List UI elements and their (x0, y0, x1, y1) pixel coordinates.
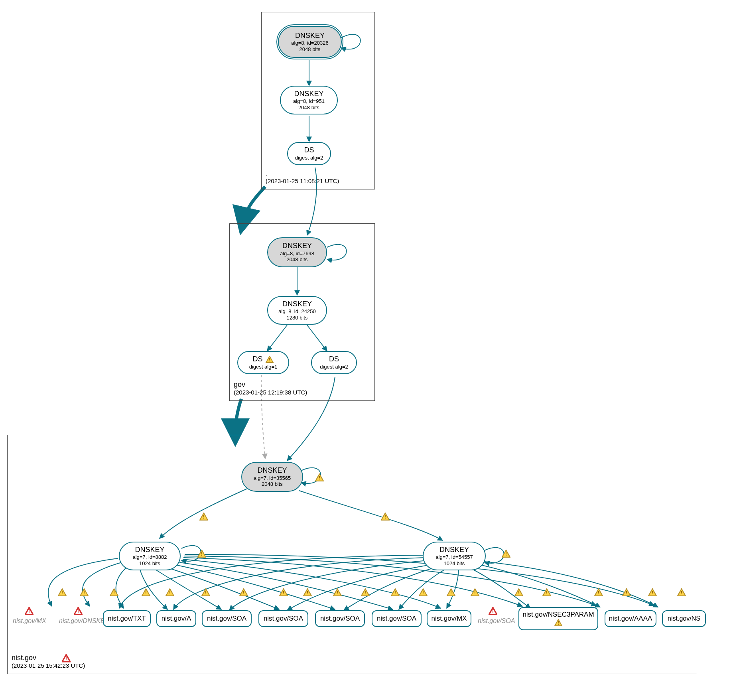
root-zsk-bits: 2048 bits (298, 105, 319, 111)
warning-icon: ! (594, 588, 603, 596)
svg-text:!: ! (394, 590, 396, 596)
nist-zsk2-title: DNSKEY (439, 546, 469, 554)
warning-icon: ! (199, 513, 208, 521)
nist-rrset-mx: nist.gov/MX (427, 610, 471, 627)
zone-nist-timestamp: (2023-01-25 15:42:23 UTC) (12, 662, 85, 670)
root-ds-alg: digest alg=2 (295, 155, 323, 161)
svg-text:!: ! (337, 590, 338, 596)
gov-ds2-alg: digest alg=2 (320, 364, 348, 370)
gov-zsk-alg: alg=8, id=24250 (278, 308, 315, 315)
svg-text:!: ! (145, 590, 147, 596)
root-ds-title: DS (304, 146, 314, 155)
warning-icon: ! (419, 588, 428, 596)
svg-text:!: ! (243, 590, 244, 596)
svg-text:!: ! (492, 609, 494, 615)
warning-icon: ! (303, 588, 312, 596)
gov-ksk-title: DNSKEY (282, 242, 312, 250)
warning-icon: ! (361, 588, 370, 596)
svg-text:!: ! (518, 590, 520, 596)
nist-gray-dnskey: nist.gov/DNSKEY (59, 617, 109, 625)
svg-text:!: ! (77, 609, 79, 615)
nist-rrset-ns: nist.gov/NS (662, 610, 706, 627)
root-zsk-node: DNSKEY alg=8, id=951 2048 bits (280, 86, 338, 114)
nist-gray-mx: nist.gov/MX (13, 617, 46, 625)
root-ds-node: DS digest alg=2 (287, 142, 331, 165)
zone-root-name: . (266, 169, 339, 178)
warning-icon: ! (239, 588, 248, 596)
gov-ds2-title: DS (329, 355, 339, 364)
gov-zsk-bits: 1280 bits (287, 315, 308, 321)
svg-text:!: ! (422, 590, 424, 596)
warning-icon: ! (80, 588, 89, 596)
zone-gov-timestamp: (2023-01-25 12:19:38 UTC) (234, 389, 307, 396)
nist-gray-soa: nist.gov/SOA (478, 617, 515, 625)
svg-text:!: ! (61, 590, 63, 596)
zone-gov-name: gov (234, 380, 307, 389)
svg-text:!: ! (450, 590, 452, 596)
gov-zsk-title: DNSKEY (282, 300, 312, 309)
zone-gov-label: gov (2023-01-25 12:19:38 UTC) (234, 380, 307, 396)
svg-text:!: ! (269, 357, 270, 363)
gov-zsk-node: DNSKEY alg=8, id=24250 1280 bits (267, 296, 327, 325)
svg-text:!: ! (83, 590, 85, 596)
svg-text:!: ! (546, 590, 548, 596)
error-icon: ! (62, 654, 71, 662)
nist-rrset-txt: nist.gov/TXT (103, 610, 151, 627)
warning-icon: ! (542, 588, 551, 596)
error-icon: ! (489, 607, 497, 615)
svg-text:!: ! (203, 514, 205, 520)
nist-zsk2-bits: 1024 bits (444, 560, 465, 567)
nist-ksk-node: DNSKEY alg=7, id=35565 2048 bits (241, 462, 303, 492)
gov-ds1-node: DS ! digest alg=1 (237, 351, 289, 374)
error-icon: ! (74, 607, 83, 615)
warning-icon: ! (502, 550, 510, 558)
warning-icon: ! (166, 588, 174, 596)
warning-icon: ! (381, 513, 390, 521)
nist-rrset-soa2: nist.gov/SOA (258, 610, 308, 627)
error-icon: ! (25, 607, 33, 615)
warning-icon: ! (265, 355, 274, 363)
gov-ksk-bits: 2048 bits (287, 256, 308, 263)
zone-root-label: . (2023-01-25 11:08:21 UTC) (266, 169, 339, 185)
nist-rrset-a: nist.gov/A (156, 610, 196, 627)
nist-zsk1-node: DNSKEY alg=7, id=8882 1024 bits (119, 542, 181, 570)
nist-rrset-aaaa: nist.gov/AAAA (605, 610, 656, 627)
nist-rrset-soa3: nist.gov/SOA (315, 610, 365, 627)
zone-root-timestamp: (2023-01-25 11:08:21 UTC) (266, 177, 339, 185)
svg-text:!: ! (558, 620, 559, 626)
nist-rrset-soa4: nist.gov/SOA (372, 610, 422, 627)
root-zsk-alg: alg=8, id=951 (293, 98, 325, 105)
svg-text:!: ! (201, 551, 203, 557)
nist-ksk-alg: alg=7, id=35565 (254, 475, 291, 481)
svg-text:!: ! (169, 590, 171, 596)
svg-text:!: ! (505, 551, 507, 557)
warning-icon: ! (514, 588, 523, 596)
nist-zsk1-title: DNSKEY (135, 546, 164, 554)
root-zsk-title: DNSKEY (294, 90, 323, 99)
svg-text:!: ! (652, 590, 653, 596)
gov-ksk-alg: alg=8, id=7698 (280, 250, 314, 257)
zone-nist-label: nist.gov (2023-01-25 15:42:23 UTC) (12, 653, 85, 670)
nist-rrset-nsec3param-label: nist.gov/NSEC3PARAM (522, 611, 594, 619)
gov-ds2-node: DS digest alg=2 (311, 351, 357, 374)
nist-zsk2-node: DNSKEY alg=7, id=54557 1024 bits (423, 542, 486, 570)
warning-icon: ! (447, 588, 455, 596)
nist-rrset-soa1: nist.gov/SOA (202, 610, 252, 627)
warning-icon: ! (648, 588, 657, 596)
warning-icon: ! (677, 588, 686, 596)
nist-rrset-nsec3param: nist.gov/NSEC3PARAM ! (518, 607, 598, 630)
svg-text:!: ! (365, 590, 366, 596)
svg-text:!: ! (28, 609, 30, 615)
svg-text:!: ! (598, 590, 599, 596)
warning-icon: ! (471, 588, 479, 596)
root-ksk-bits: 2048 bits (300, 46, 321, 53)
root-ksk-alg: alg=8, id=20326 (291, 40, 328, 46)
svg-text:!: ! (319, 475, 320, 481)
gov-ds1-title: DS (252, 355, 262, 364)
warning-icon: ! (110, 588, 118, 596)
warning-icon: ! (622, 588, 631, 596)
warning-icon: ! (554, 619, 563, 627)
svg-text:!: ! (113, 590, 115, 596)
svg-text:!: ! (681, 590, 682, 596)
svg-text:!: ! (283, 590, 284, 596)
